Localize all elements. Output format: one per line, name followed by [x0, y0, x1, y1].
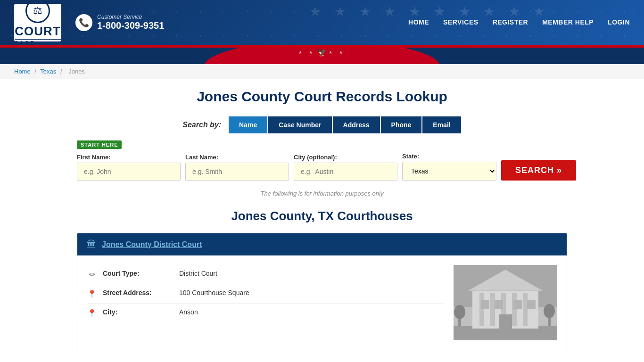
phone-icon: 📞 — [75, 14, 92, 31]
customer-service: 📞 Customer Service 1-800-309-9351 — [75, 14, 164, 31]
breadcrumb-sep1: / — [34, 68, 36, 75]
stars-right: ★ ★ — [329, 50, 346, 55]
start-here-badge: START HERE — [77, 140, 567, 153]
logo-inner: ★ ★ ★ ⚖ COURT CASE FINDER — [15, 0, 60, 45]
nav-services[interactable]: SERVICES — [443, 18, 479, 27]
first-name-group: First Name: — [77, 154, 181, 181]
city-icon: 📍 — [87, 309, 97, 318]
search-by-row: Search by: Name Case Number Address Phon… — [77, 116, 567, 133]
address-label: Street Address: — [103, 289, 173, 296]
court-type-value: District Court — [179, 270, 217, 277]
state-group: State: Texas Alabama Alaska Arizona Cali… — [402, 153, 496, 181]
courthouse-building-icon: 🏛 — [87, 239, 96, 250]
courthouses-title: Jones County, TX Courthouses — [77, 209, 567, 223]
breadcrumb-home[interactable]: Home — [14, 68, 31, 75]
svg-rect-6 — [490, 293, 495, 326]
tab-email[interactable]: Email — [422, 116, 461, 133]
state-select[interactable]: Texas Alabama Alaska Arizona California … — [402, 162, 496, 181]
courthouse-svg — [454, 265, 557, 340]
courthouse-name[interactable]: Jones County District Court — [102, 240, 202, 249]
svg-point-16 — [454, 305, 465, 319]
logo-court-text: COURT CASE FINDER — [15, 24, 60, 45]
cs-label: Customer Service — [97, 14, 164, 20]
breadcrumb-sep2: / — [60, 68, 62, 75]
breadcrumb-county: Jones — [68, 68, 85, 75]
cs-text: Customer Service 1-800-309-9351 — [97, 14, 164, 31]
page-title: Jones County Court Records Lookup — [77, 89, 567, 105]
header-arc: ★ ★ 🦅 ★ ★ — [0, 48, 644, 64]
logo-image: ★ ★ ★ ⚖ COURT CASE FINDER — [14, 4, 61, 41]
nav-register[interactable]: REGISTER — [493, 18, 528, 27]
start-here-label: START HERE — [77, 140, 122, 149]
courthouse-image — [454, 265, 557, 340]
main-nav: HOME SERVICES REGISTER MEMBER HELP LOGIN — [408, 18, 630, 27]
nav-member-help[interactable]: MEMBER HELP — [542, 18, 594, 27]
city-group: City (optional): — [294, 154, 397, 181]
breadcrumb-state[interactable]: Texas — [40, 68, 56, 75]
court-type-icon: ✏ — [87, 270, 97, 279]
svg-rect-5 — [479, 293, 484, 326]
svg-rect-14 — [527, 300, 536, 309]
eagle-icon: 🦅 — [317, 48, 327, 57]
svg-rect-9 — [523, 293, 528, 326]
header-bar: ★ ★ ★ ⚖ COURT CASE FINDER 📞 Customer Ser… — [0, 0, 644, 45]
court-type-label: Court Type: — [103, 270, 173, 277]
tab-name[interactable]: Name — [229, 116, 267, 133]
svg-rect-11 — [481, 300, 489, 309]
logo-case-finder-label: CASE FINDER — [15, 39, 60, 45]
disclaimer-text: The following is for information purpose… — [77, 190, 567, 197]
logo-seal: ⚖ — [25, 0, 50, 23]
tab-case-number[interactable]: Case Number — [268, 116, 331, 133]
search-by-label: Search by: — [182, 121, 221, 129]
svg-point-18 — [544, 304, 555, 318]
courthouse-header: 🏛 Jones County District Court — [77, 233, 567, 255]
tab-phone[interactable]: Phone — [381, 116, 422, 133]
eagle-arc: ★ ★ 🦅 ★ ★ — [204, 48, 440, 64]
search-form: First Name: Last Name: City (optional): … — [77, 153, 567, 181]
address-icon: 📍 — [87, 289, 97, 298]
city-detail-value: Anson — [179, 308, 198, 316]
city-detail-row: 📍 City: Anson — [87, 304, 444, 322]
svg-rect-13 — [513, 300, 522, 309]
last-name-input[interactable] — [185, 163, 289, 181]
courthouse-details: ✏ Court Type: District Court 📍 Street Ad… — [87, 265, 444, 340]
tab-address[interactable]: Address — [333, 116, 380, 133]
breadcrumb: Home / Texas / Jones — [0, 64, 644, 79]
nav-login[interactable]: LOGIN — [608, 18, 630, 27]
svg-rect-8 — [512, 293, 517, 326]
nav-home[interactable]: HOME — [408, 18, 429, 27]
svg-rect-10 — [499, 314, 512, 329]
cs-phone: 1-800-309-9351 — [97, 20, 164, 31]
city-label: City (optional): — [294, 154, 397, 161]
first-name-label: First Name: — [77, 154, 181, 161]
stars-left: ★ ★ — [298, 50, 316, 55]
courthouse-card: 🏛 Jones County District Court ✏ Court Ty… — [77, 233, 567, 350]
site-header: ★ ★ ★ ⚖ COURT CASE FINDER 📞 Customer Ser… — [0, 0, 644, 64]
last-name-label: Last Name: — [185, 154, 289, 161]
city-input[interactable] — [294, 163, 397, 181]
last-name-group: Last Name: — [185, 154, 289, 181]
address-value: 100 Courthouse Square — [179, 289, 249, 296]
state-label: State: — [402, 153, 496, 160]
search-button[interactable]: SEARCH » — [501, 160, 576, 181]
courthouse-body: ✏ Court Type: District Court 📍 Street Ad… — [77, 255, 567, 350]
main-content: Jones County Court Records Lookup Search… — [63, 79, 581, 362]
first-name-input[interactable] — [77, 163, 181, 181]
address-row: 📍 Street Address: 100 Courthouse Square — [87, 284, 444, 304]
court-type-row: ✏ Court Type: District Court — [87, 265, 444, 284]
svg-rect-12 — [495, 300, 503, 309]
city-detail-label: City: — [103, 308, 173, 316]
logo-court-label: COURT — [15, 24, 60, 39]
logo-area: ★ ★ ★ ⚖ COURT CASE FINDER — [14, 4, 61, 41]
